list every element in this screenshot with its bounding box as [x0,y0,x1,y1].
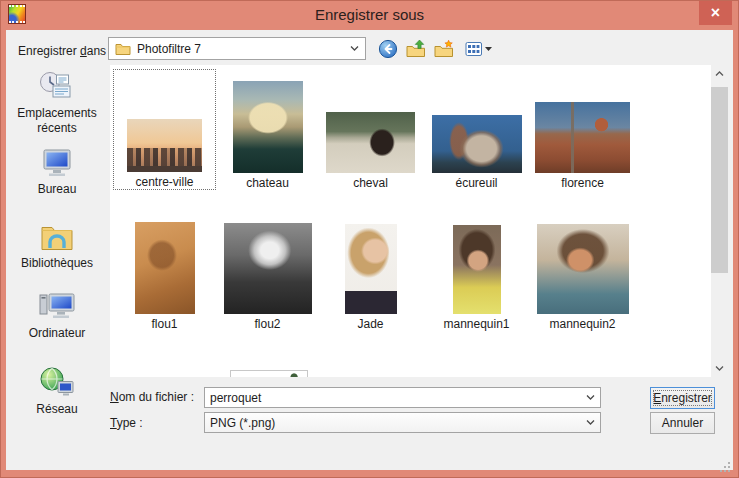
file-item-mannequin1[interactable]: mannequin1 [425,215,528,331]
recent-places-icon [38,70,76,102]
chevron-up-icon [715,71,724,76]
sidebar-item-network[interactable]: Réseau [8,366,106,417]
file-item-partially-visible[interactable] [230,370,308,377]
network-icon [38,366,76,398]
back-icon [378,39,398,59]
file-list[interactable]: centre-ville chateau cheval écureuil flo… [110,65,728,377]
thumbnail-ecureuil [432,115,522,173]
close-button[interactable]: × [699,1,732,25]
file-label: mannequin1 [443,317,509,331]
save-in-label: Enregistrer dans : [18,44,113,58]
chevron-down-icon [350,46,359,51]
filename-combobox[interactable] [204,387,601,408]
file-label: chateau [246,176,289,190]
sidebar-item-label: Bureau [38,182,77,197]
desktop-icon [39,148,75,178]
thumbnail-flou2 [224,223,312,314]
libraries-icon [39,222,75,252]
vertical-scrollbar[interactable] [711,65,728,377]
scrollbar-thumb[interactable] [711,87,728,273]
thumbnail-flou1 [135,222,195,314]
file-item-florence[interactable]: florence [531,69,634,190]
sidebar-item-recent-places[interactable]: Emplacements récents [8,70,106,136]
thumbnail-mannequin1 [453,225,501,314]
new-folder-button[interactable] [433,38,455,60]
sidebar-item-desktop[interactable]: Bureau [8,148,106,197]
folder-up-icon [406,39,426,59]
current-folder-name: Photofiltre 7 [137,42,344,56]
filetype-value: PNG (*.png) [210,416,586,430]
file-label: centre-ville [135,175,193,189]
thumbnail-jade [345,224,397,314]
chevron-down-icon [715,366,724,371]
sidebar-item-computer[interactable]: Ordinateur [8,290,106,341]
computer-icon [38,290,76,322]
file-label: mannequin2 [549,317,615,331]
back-button[interactable] [377,38,399,60]
file-label: cheval [353,176,388,190]
close-icon: × [711,4,720,22]
resize-grip[interactable] [719,461,732,474]
dialog-title: Enregistrer sous [0,0,739,30]
filetype-dropdown[interactable]: PNG (*.png) [204,412,601,433]
chevron-down-icon [485,47,492,51]
up-one-level-button[interactable] [405,38,427,60]
file-item-flou2[interactable]: flou2 [216,215,319,331]
view-grid-icon [465,39,483,59]
thumbnail-cheval [326,112,415,173]
title-bar[interactable]: Enregistrer sous × [0,0,739,30]
filename-label: Nom du fichier : [110,390,194,404]
file-item-ecureuil[interactable]: écureuil [425,69,528,190]
file-item-jade[interactable]: Jade [319,215,422,331]
file-item-chateau[interactable]: chateau [216,69,319,190]
save-button[interactable]: Enregistrer [650,387,715,409]
sidebar-item-libraries[interactable]: Bibliothèques [8,222,106,271]
filename-input[interactable] [210,391,586,405]
dialog-toolbar [377,38,495,60]
chevron-down-icon [586,420,595,425]
scroll-down-button[interactable] [711,360,728,377]
file-item-centre-ville[interactable]: centre-ville [113,69,216,190]
file-label: Jade [357,317,383,331]
filetype-label: Type : [110,416,143,430]
location-dropdown[interactable]: Photofiltre 7 [108,37,366,60]
sidebar-item-label: Bibliothèques [21,256,93,271]
chevron-down-icon[interactable] [586,395,595,400]
file-label: flou2 [254,317,280,331]
cancel-button[interactable]: Annuler [650,412,715,434]
file-label: écureuil [455,176,497,190]
file-item-cheval[interactable]: cheval [319,69,422,190]
scroll-up-button[interactable] [711,65,728,82]
thumbnail-florence [535,102,630,173]
sidebar-item-label: Emplacements récents [8,106,106,136]
thumbnail-centre-ville [127,119,202,172]
folder-icon [115,42,131,55]
thumbnail-mannequin2 [537,224,629,314]
save-as-dialog: Enregistrer sous × Enregistrer dans : Ph… [0,0,739,478]
file-item-mannequin2[interactable]: mannequin2 [531,215,634,331]
new-folder-icon [434,39,454,59]
view-menu-button[interactable] [461,38,495,60]
file-item-flou1[interactable]: flou1 [113,215,216,331]
file-label: flou1 [151,317,177,331]
sidebar-item-label: Réseau [36,402,77,417]
sidebar-item-label: Ordinateur [29,326,86,341]
thumbnail-chateau [233,81,303,173]
file-label: florence [561,176,604,190]
